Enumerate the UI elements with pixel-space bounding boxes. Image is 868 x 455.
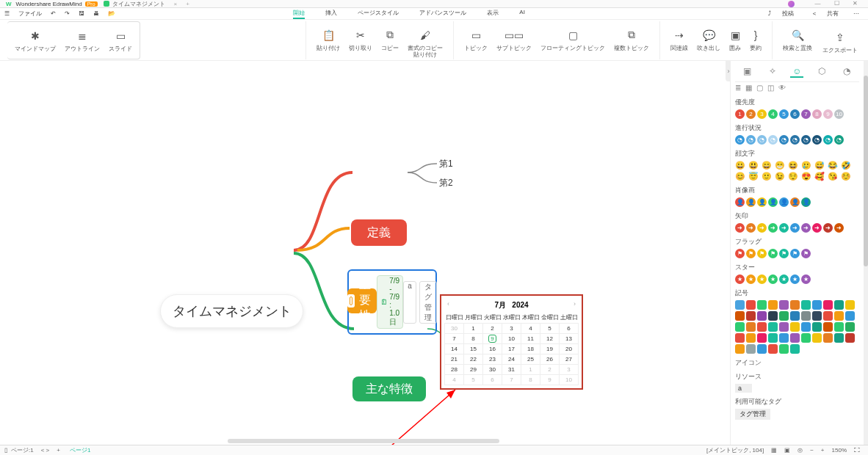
progress-dot[interactable]: ◔ xyxy=(801,135,811,145)
arrow-dot[interactable]: ➜ xyxy=(801,223,811,233)
open-button[interactable]: 📂 xyxy=(108,10,115,17)
progress-dot[interactable]: ◔ xyxy=(757,135,767,145)
symbol-item[interactable] xyxy=(779,333,789,343)
priority-dot[interactable]: 2 xyxy=(746,109,756,119)
portrait-dot[interactable]: 👤 xyxy=(801,197,811,207)
footer-grid-icon[interactable]: ▦ xyxy=(771,447,777,454)
symbol-item[interactable] xyxy=(757,333,767,343)
calendar-cell[interactable]: 13 xyxy=(560,334,579,344)
priority-dot[interactable]: 3 xyxy=(757,109,767,119)
symbol-item[interactable] xyxy=(812,322,822,332)
multi-topic-button[interactable]: ⧉複数トピック xyxy=(614,24,649,51)
portrait-dot[interactable]: 👤 xyxy=(790,197,800,207)
symbol-item[interactable] xyxy=(779,344,789,354)
panel-tab-5[interactable]: ◔ xyxy=(840,66,853,78)
emoji-item[interactable]: 😍 xyxy=(801,172,811,181)
symbol-item[interactable] xyxy=(790,300,800,310)
calendar-cell[interactable]: 7 xyxy=(502,375,521,385)
calendar-cell[interactable]: 6 xyxy=(560,324,579,334)
tab-ai[interactable]: AI xyxy=(519,9,525,19)
calendar-cell[interactable]: 8 xyxy=(464,334,483,344)
branch-node-orange[interactable]: 重要性 xyxy=(347,288,377,313)
calendar-cell[interactable]: 6 xyxy=(483,375,502,385)
subtab-grid-icon[interactable]: ▦ xyxy=(745,84,752,92)
flag-dot[interactable]: ⚑ xyxy=(790,249,800,258)
portrait-dot[interactable]: 👤 xyxy=(735,197,745,207)
calendar-next-icon[interactable]: › xyxy=(574,300,576,307)
tab-view[interactable]: 表示 xyxy=(487,9,499,19)
menu-file[interactable]: ファイル xyxy=(18,10,42,18)
star-dot[interactable]: ★ xyxy=(779,274,789,284)
summary-button[interactable]: }要約 xyxy=(750,24,762,51)
panel-tab-smiley[interactable]: ☺ xyxy=(790,66,803,78)
arrow-dot[interactable]: ➜ xyxy=(735,223,745,233)
symbol-item[interactable] xyxy=(757,344,767,354)
subtab-list-icon[interactable]: ≣ xyxy=(735,84,741,92)
tab-advanced[interactable]: アドバンスツール xyxy=(419,9,466,19)
symbol-item[interactable] xyxy=(790,322,800,332)
tag-mgmt-button[interactable]: タグ管理 xyxy=(735,409,770,420)
flag-dot[interactable]: ⚑ xyxy=(757,249,767,258)
footer-fullscreen-icon[interactable]: ⛶ xyxy=(854,447,860,454)
emoji-item[interactable]: 🙂 xyxy=(762,172,772,181)
emoji-item[interactable]: 😇 xyxy=(748,172,759,181)
symbol-item[interactable] xyxy=(834,333,844,343)
symbol-item[interactable] xyxy=(790,344,800,354)
footer-page-label[interactable]: ページ1 xyxy=(70,446,90,454)
calendar-prev-icon[interactable]: ‹ xyxy=(447,300,449,307)
progress-dot[interactable]: ◔ xyxy=(735,135,745,145)
symbol-item[interactable] xyxy=(812,300,822,310)
star-dot[interactable]: ★ xyxy=(757,274,767,284)
calendar-cell[interactable]: 9 xyxy=(540,375,560,385)
symbol-item[interactable] xyxy=(757,300,767,310)
arrow-dot[interactable]: ➜ xyxy=(757,223,767,233)
calendar-cell[interactable]: 4 xyxy=(445,375,464,385)
calendar-cell[interactable]: 2 xyxy=(540,365,560,375)
footer-zoom-value[interactable]: 150% xyxy=(832,447,847,454)
format-paste-button[interactable]: 🖌書式のコピー 貼り付け xyxy=(408,24,443,58)
emoji-item[interactable]: 😄 xyxy=(762,161,772,170)
calendar-cell[interactable]: 5 xyxy=(540,324,560,334)
calendar-cell[interactable]: 16 xyxy=(483,344,502,354)
branch-node-red[interactable]: 定義 xyxy=(351,219,407,246)
tab-insert[interactable]: 挿入 xyxy=(325,9,337,19)
symbol-item[interactable] xyxy=(790,333,800,343)
panel-tab-4[interactable]: ⬡ xyxy=(815,66,828,78)
subtab-sq-icon[interactable]: ▢ xyxy=(756,84,763,92)
save-button[interactable]: 🖫 xyxy=(79,10,84,17)
emoji-item[interactable]: 🤣 xyxy=(841,161,851,170)
callout-button[interactable]: 💬吹き出し xyxy=(697,24,720,51)
paste-button[interactable]: 📋貼り付け xyxy=(317,24,340,51)
priority-dot[interactable]: 10 xyxy=(834,109,844,119)
priority-dot[interactable]: 5 xyxy=(779,109,789,119)
calendar-cell[interactable]: 24 xyxy=(502,354,521,365)
priority-dot[interactable]: 1 xyxy=(735,109,745,119)
arrow-dot[interactable]: ➜ xyxy=(823,223,833,233)
calendar-cell[interactable]: 3 xyxy=(502,324,521,334)
priority-dot[interactable]: 7 xyxy=(801,109,811,119)
calendar-cell[interactable]: 17 xyxy=(502,344,521,354)
arrow-dot[interactable]: ➜ xyxy=(779,223,789,233)
star-dot[interactable]: ★ xyxy=(790,274,800,284)
symbol-item[interactable] xyxy=(801,311,811,321)
progress-dot[interactable]: ◔ xyxy=(779,135,789,145)
calendar-cell[interactable]: 26 xyxy=(540,354,560,365)
symbol-item[interactable] xyxy=(779,300,789,310)
view-outline-button[interactable]: ≣アウトライン xyxy=(65,25,100,52)
symbol-item[interactable] xyxy=(768,333,778,343)
symbol-item[interactable] xyxy=(746,311,756,321)
calendar-cell[interactable]: 10 xyxy=(502,334,521,344)
emoji-item[interactable]: 😀 xyxy=(735,161,745,170)
portrait-dot[interactable]: 👤 xyxy=(768,197,778,207)
subtab-layers-icon[interactable]: ◫ xyxy=(767,84,774,92)
progress-dot[interactable]: ◔ xyxy=(790,135,800,145)
relation-button[interactable]: ⇢関連線 xyxy=(670,24,688,51)
calendar-cell[interactable]: 27 xyxy=(560,354,579,365)
boundary-button[interactable]: ▣囲み xyxy=(729,24,741,51)
calendar-cell[interactable]: 10 xyxy=(560,375,579,385)
star-dot[interactable]: ★ xyxy=(801,274,811,284)
resource-chip[interactable]: a xyxy=(403,281,416,324)
footer-fit-icon[interactable]: ▣ xyxy=(784,447,790,454)
symbol-item[interactable] xyxy=(735,300,745,310)
add-tab-icon[interactable]: + xyxy=(186,1,189,7)
